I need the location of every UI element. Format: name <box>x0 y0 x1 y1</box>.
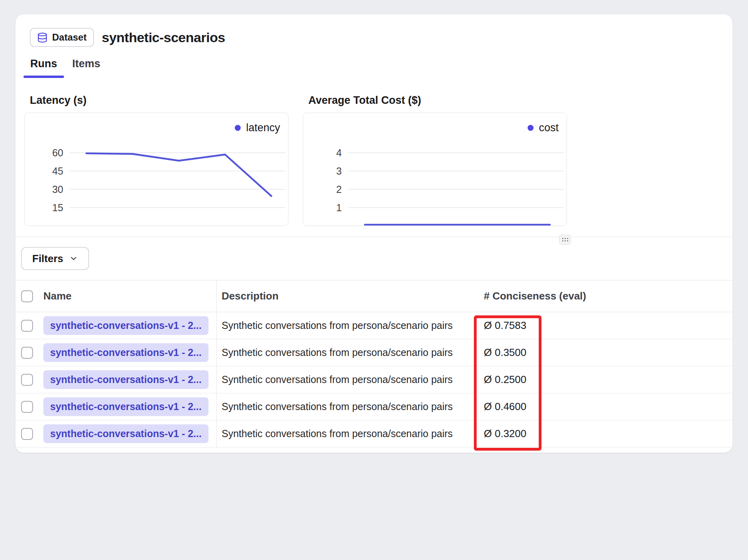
cost-line-chart: 1234 <box>303 113 567 226</box>
table-row: synthetic-conversations-v1 - 2... Synthe… <box>16 339 732 366</box>
latency-chart-panel: Latency (s) latency 15304560 <box>24 94 288 226</box>
column-header-description[interactable]: Description <box>216 280 484 312</box>
legend-dot-icon <box>235 125 241 131</box>
run-conciseness-value: Ø 0.3200 <box>484 420 732 447</box>
run-conciseness-value: Ø 0.3500 <box>484 339 732 366</box>
row-checkbox[interactable] <box>21 320 33 332</box>
run-name-link[interactable]: synthetic-conversations-v1 - 2... <box>43 316 208 335</box>
cost-chart-title: Average Total Cost ($) <box>308 94 567 107</box>
tab-runs[interactable]: Runs <box>23 54 64 78</box>
run-description: Synthetic conversations from persona/sce… <box>216 420 484 447</box>
database-icon <box>37 32 48 43</box>
run-name-link[interactable]: synthetic-conversations-v1 - 2... <box>43 424 208 443</box>
chevron-down-icon <box>69 254 78 263</box>
filters-button[interactable]: Filters <box>21 247 89 270</box>
run-conciseness-value: Ø 0.7583 <box>484 312 732 339</box>
svg-text:60: 60 <box>52 147 63 158</box>
cost-legend: cost <box>528 122 559 134</box>
svg-text:30: 30 <box>52 184 63 195</box>
run-name-link[interactable]: synthetic-conversations-v1 - 2... <box>43 343 208 362</box>
table-header-row: Name Description # Conciseness (eval) <box>16 280 732 312</box>
run-name-link[interactable]: synthetic-conversations-v1 - 2... <box>43 397 208 416</box>
svg-text:3: 3 <box>336 165 342 177</box>
row-checkbox[interactable] <box>21 374 33 386</box>
row-checkbox[interactable] <box>21 347 33 359</box>
run-description: Synthetic conversations from persona/sce… <box>216 312 484 339</box>
run-conciseness-value: Ø 0.2500 <box>484 366 732 393</box>
row-checkbox[interactable] <box>21 401 33 413</box>
run-conciseness-value: Ø 0.4600 <box>484 393 732 420</box>
dataset-badge: Dataset <box>30 28 94 47</box>
legend-dot-icon <box>528 125 534 131</box>
svg-text:45: 45 <box>52 165 63 177</box>
latency-chart-title: Latency (s) <box>30 94 288 107</box>
table-row: synthetic-conversations-v1 - 2... Synthe… <box>16 393 732 420</box>
latency-legend-label: latency <box>246 122 280 134</box>
charts-section: Latency (s) latency 15304560 Average Tot… <box>16 78 732 226</box>
run-description: Synthetic conversations from persona/sce… <box>216 366 484 393</box>
latency-legend: latency <box>235 122 280 134</box>
table-row: synthetic-conversations-v1 - 2... Synthe… <box>16 312 732 339</box>
resize-handle-icon[interactable] <box>559 235 571 245</box>
page-header: Dataset synthetic-scenarios <box>16 14 732 47</box>
runs-table: Name Description # Conciseness (eval) sy… <box>16 280 732 447</box>
filters-section: Filters <box>16 237 732 280</box>
column-header-conciseness[interactable]: # Conciseness (eval) <box>484 280 732 312</box>
column-header-name[interactable]: Name <box>43 280 216 312</box>
table-row: synthetic-conversations-v1 - 2... Synthe… <box>16 366 732 393</box>
filters-button-label: Filters <box>32 253 63 265</box>
tab-items[interactable]: Items <box>66 54 107 78</box>
table-row: synthetic-conversations-v1 - 2... Synthe… <box>16 420 732 447</box>
cost-chart-panel: Average Total Cost ($) cost 1234 <box>303 94 567 226</box>
svg-text:15: 15 <box>52 202 63 213</box>
run-name-link[interactable]: synthetic-conversations-v1 - 2... <box>43 370 208 389</box>
row-checkbox[interactable] <box>21 428 33 440</box>
svg-text:1: 1 <box>336 202 342 213</box>
run-description: Synthetic conversations from persona/sce… <box>216 339 484 366</box>
page-title: synthetic-scenarios <box>102 30 225 45</box>
svg-text:2: 2 <box>336 184 342 195</box>
tabs: Runs Items <box>23 54 732 78</box>
cost-chart: cost 1234 <box>303 113 567 226</box>
dataset-badge-label: Dataset <box>52 32 87 43</box>
latency-chart: latency 15304560 <box>24 113 288 226</box>
cost-legend-label: cost <box>539 122 559 134</box>
svg-text:4: 4 <box>336 147 342 158</box>
select-all-checkbox[interactable] <box>21 290 33 302</box>
dataset-card: Dataset synthetic-scenarios Runs Items L… <box>15 14 733 453</box>
run-description: Synthetic conversations from persona/sce… <box>216 393 484 420</box>
